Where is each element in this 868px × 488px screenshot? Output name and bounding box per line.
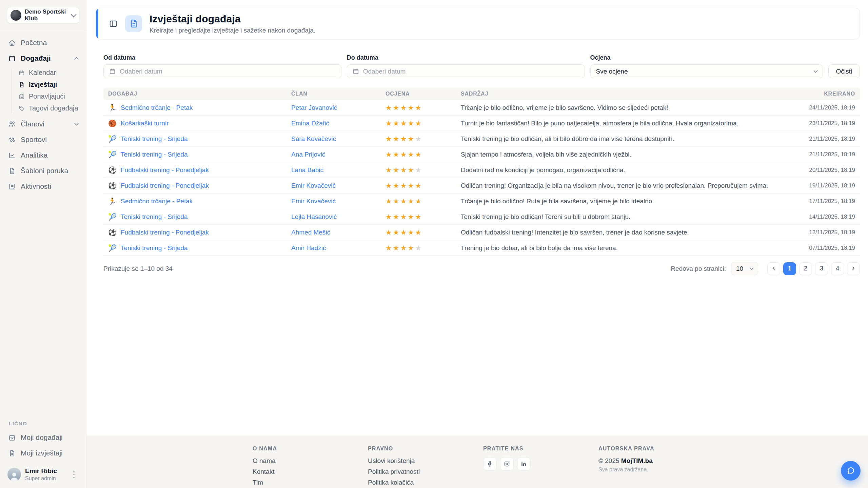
star-empty-icon: ★	[415, 166, 422, 174]
column-header-content: SADRŽAJ	[456, 91, 798, 97]
next-page-button[interactable]: ›	[847, 262, 860, 275]
footer-link-tim[interactable]: Tim	[253, 479, 368, 486]
created-date: 21/11/2025, 18:19	[798, 151, 860, 158]
star-filled-icon: ★	[415, 197, 422, 205]
rating-select[interactable]: Sve ocjene	[590, 64, 823, 78]
page-button-1[interactable]: 1	[783, 262, 796, 275]
star-filled-icon: ★	[408, 135, 415, 143]
star-filled-icon: ★	[408, 197, 415, 205]
chat-widget-button[interactable]	[841, 461, 861, 481]
sidebar-item-label: Članovi	[21, 120, 44, 128]
calendar-icon	[18, 69, 25, 76]
member-link[interactable]: Amir Hadžić	[291, 244, 326, 251]
star-filled-icon: ★	[400, 182, 408, 189]
previous-page-button[interactable]: ‹	[767, 262, 780, 275]
instagram-icon[interactable]	[500, 457, 514, 471]
star-filled-icon: ★	[400, 135, 408, 143]
sidebar-item-label: Analitika	[21, 151, 47, 159]
event-link[interactable]: Košarkaški turnir	[121, 120, 169, 127]
event-link[interactable]: Teniski trening - Srijeda	[121, 151, 188, 158]
member-link[interactable]: Lejla Hasanović	[291, 213, 337, 220]
sidebar-toggle-icon[interactable]	[109, 19, 118, 28]
star-filled-icon: ★	[386, 213, 393, 221]
rating-stars: ★★★★★	[381, 150, 456, 159]
sidebar-item-pocetna[interactable]: Početna	[3, 35, 83, 50]
created-date: 21/11/2025, 18:19	[798, 136, 860, 142]
sidebar-item-izvjestaji[interactable]: Izvještaji	[15, 79, 83, 90]
page-button-4[interactable]: 4	[831, 262, 844, 275]
member-link[interactable]: Lana Babić	[291, 166, 323, 174]
page-subtitle: Kreirajte i pregledajte izvještaje i saž…	[150, 27, 315, 35]
rating-stars: ★★★★★	[381, 197, 456, 205]
rows-per-page-select[interactable]: 10	[731, 262, 758, 275]
star-filled-icon: ★	[393, 182, 400, 189]
created-date: 23/11/2025, 18:19	[798, 120, 860, 127]
sidebar-item-tagovi-dogadjaja[interactable]: Tagovi događaja	[15, 102, 83, 114]
event-link[interactable]: Sedmično trčanje - Petak	[121, 104, 193, 111]
star-filled-icon: ★	[408, 182, 415, 189]
kebab-menu-icon[interactable]: ⋮	[68, 470, 80, 479]
chevron-down-icon	[750, 266, 753, 270]
facebook-icon[interactable]	[483, 457, 497, 471]
sidebar-item-label: Početna	[21, 39, 47, 47]
club-selector[interactable]: Demo Sportski Klub	[7, 7, 79, 24]
user-menu[interactable]: Emir Ribic Super admin ⋮	[3, 464, 83, 485]
sidebar-item-sportovi[interactable]: Sportovi	[3, 132, 83, 147]
main-content: Izvještaji događaja Kreirajte i pregleda…	[86, 0, 868, 435]
page-button-2[interactable]: 2	[799, 262, 812, 275]
column-header-rating: OCJENA	[381, 91, 456, 97]
from-date-input[interactable]: Odaberi datum	[103, 64, 341, 78]
footer-copyright-heading: AUTORSKA PRAVA	[598, 446, 654, 452]
sidebar-item-ponavljajuci[interactable]: Ponavljajući	[15, 90, 83, 102]
sidebar-item-dogadjaji[interactable]: Događaji	[3, 50, 83, 66]
star-filled-icon: ★	[415, 213, 422, 221]
event-link[interactable]: Fudbalski trening - Ponedjeljak	[121, 229, 209, 236]
footer-link-kolacici[interactable]: Politika kolačića	[368, 479, 483, 486]
clear-filters-button[interactable]: Očisti	[828, 64, 860, 78]
event-link[interactable]: Sedmično trčanje - Petak	[121, 198, 193, 205]
page-title: Izvještaji događaja	[150, 13, 315, 25]
sidebar-item-sabloni-poruka[interactable]: Šabloni poruka	[3, 163, 83, 179]
linkedin-icon[interactable]	[517, 457, 531, 471]
member-link[interactable]: Ahmed Mešić	[291, 229, 330, 236]
page-button-3[interactable]: 3	[815, 262, 828, 275]
member-link[interactable]: Petar Jovanović	[291, 104, 337, 111]
sidebar-item-kalendar[interactable]: Kalendar	[15, 67, 83, 79]
star-filled-icon: ★	[415, 119, 422, 127]
event-link[interactable]: Fudbalski trening - Ponedjeljak	[121, 166, 209, 174]
report-content: Turnir je bio fantastičan! Bilo je puno …	[456, 120, 798, 127]
table-row: ⚽ Fudbalski trening - Ponedjeljak Ahmed …	[103, 225, 860, 240]
member-link[interactable]: Sara Kovačević	[291, 135, 336, 142]
star-filled-icon: ★	[393, 197, 400, 205]
calendar-check-icon	[8, 434, 16, 441]
sidebar-item-clanovi[interactable]: Članovi	[3, 116, 83, 132]
event-link[interactable]: Teniski trening - Srijeda	[121, 213, 188, 221]
sidebar-item-analitika[interactable]: Analitika	[3, 147, 83, 163]
sidebar-item-moji-izvjestaji[interactable]: Moji izvještaji	[3, 445, 83, 461]
member-link[interactable]: Emir Kovačević	[291, 182, 336, 189]
event-sport-icon: ⚽	[108, 167, 117, 174]
table-row: 🏃 Sedmično trčanje - Petak Petar Jovanov…	[103, 100, 860, 116]
footer-link-kontakt[interactable]: Kontakt	[253, 468, 368, 475]
column-header-created: KREIRANO	[798, 91, 860, 97]
from-date-placeholder: Odaberi datum	[120, 68, 162, 75]
footer-link-privatnost[interactable]: Politika privatnosti	[368, 468, 483, 475]
sidebar-item-moji-dogadjaji[interactable]: Moji događaji	[3, 430, 83, 445]
to-date-input[interactable]: Odaberi datum	[347, 64, 585, 78]
member-link[interactable]: Ana Prijović	[291, 151, 325, 158]
sidebar: Demo Sportski Klub Početna Događaji	[0, 0, 86, 488]
footer: O NAMA O nama Kontakt Tim PRAVNO Uslovi …	[86, 435, 868, 488]
event-sport-icon: ⚽	[108, 229, 117, 236]
to-date-placeholder: Odaberi datum	[363, 68, 406, 75]
star-empty-icon: ★	[415, 244, 422, 252]
event-link[interactable]: Fudbalski trening - Ponedjeljak	[121, 182, 209, 189]
table-row: 🎾 Teniski trening - Srijeda Lejla Hasano…	[103, 209, 860, 225]
event-link[interactable]: Teniski trening - Srijeda	[121, 244, 188, 252]
event-link[interactable]: Teniski trening - Srijeda	[121, 135, 188, 143]
sidebar-item-aktivnosti[interactable]: Aktivnosti	[3, 179, 83, 194]
member-link[interactable]: Emina Džafić	[291, 120, 329, 127]
created-date: 12/11/2025, 18:19	[798, 229, 860, 236]
footer-link-uslovi[interactable]: Uslovi korištenja	[368, 457, 483, 465]
member-link[interactable]: Emir Kovačević	[291, 198, 336, 205]
footer-link-o-nama[interactable]: O nama	[253, 457, 368, 465]
